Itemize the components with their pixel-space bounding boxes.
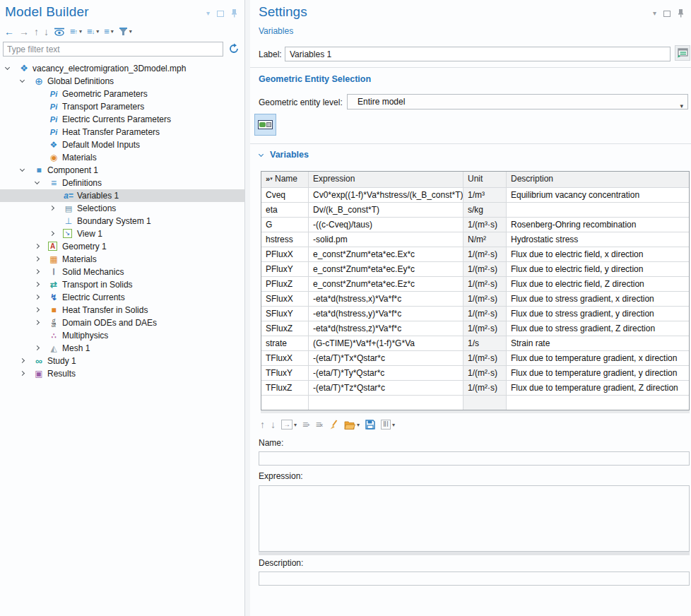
tree-item-study-1[interactable]: ∞Study 1 [0, 355, 244, 367]
var-unit-cell[interactable]: 1/s [463, 336, 506, 350]
var-unit-cell[interactable]: 1/(m²·s) [463, 381, 506, 395]
var-description-cell[interactable]: Rosenberg-Ohring recombination [506, 218, 689, 232]
chevron-right-icon[interactable] [35, 345, 40, 350]
chevron-right-icon[interactable] [20, 371, 25, 376]
label-input[interactable] [285, 47, 671, 61]
var-name-cell[interactable]: SFluxX [261, 292, 308, 306]
var-description-cell[interactable]: Flux due to stress gradient, x direction [506, 292, 689, 306]
tree-item-transport-parameters[interactable]: PiTransport Parameters [0, 100, 244, 113]
add-row-icon[interactable]: ≡+ [302, 419, 310, 430]
move-up-icon[interactable]: ↑ [34, 26, 39, 37]
var-description-cell[interactable]: Flux due to electric field, x direction [506, 247, 689, 261]
tree-item-domain-odes-and-daes[interactable]: ddtDomain ODEs and DAEs [0, 316, 244, 329]
var-unit-cell[interactable]: N/m² [463, 232, 506, 247]
var-description-cell[interactable]: Flux due to temperature gradient, y dire… [506, 366, 689, 380]
var-unit-cell[interactable]: 1/(m²·s) [463, 277, 506, 291]
tree-item-heat-transfer-parameters[interactable]: PiHeat Transfer Parameters [0, 126, 244, 138]
chevron-right-icon[interactable] [20, 358, 25, 363]
var-name-cell[interactable]: G [261, 218, 308, 232]
var-expression-cell[interactable]: e_const*Znum*eta*ec.Ex*c [308, 247, 463, 261]
move-down-icon[interactable]: ↓ [44, 26, 49, 37]
chevron-right-icon[interactable] [49, 231, 54, 236]
rename-tag-button[interactable] [675, 45, 690, 61]
chevron-down-icon[interactable] [20, 78, 25, 83]
var-name-cell[interactable]: hstress [261, 232, 308, 247]
panel-menu-dropdown-icon[interactable]: ▾ [206, 10, 210, 17]
var-description-cell[interactable]: Flux due to stress gradient, Z direction [506, 321, 689, 336]
tree-item-transport-in-solids[interactable]: ⇄Transport in Solids [0, 278, 244, 291]
chevron-down-icon[interactable] [5, 65, 10, 70]
var-description-cell[interactable]: Hydrostatic stress [506, 232, 689, 247]
chevron-right-icon[interactable] [35, 269, 40, 274]
chevron-down-icon[interactable] [35, 179, 40, 184]
model-tree-node-text-icon[interactable]: ≡▾ [104, 26, 114, 37]
var-unit-cell[interactable]: 1/(m²·s) [463, 262, 506, 276]
var-name-cell[interactable]: SFluxY [261, 307, 308, 321]
chevron-right-icon[interactable] [35, 244, 40, 249]
load-file-icon[interactable]: ▾ [344, 420, 360, 430]
var-expression-cell[interactable]: Cv0*exp((1-f)*Va*hstress/(k_B_const*T)) [308, 188, 463, 202]
var-expression-cell[interactable]: -(eta/T)*Ty*Qstar*c [308, 366, 463, 380]
float-panel-icon[interactable] [217, 11, 224, 17]
tree-filter-input[interactable] [3, 42, 223, 57]
var-unit-cell[interactable]: 1/(m³·s) [463, 218, 506, 232]
pin-icon[interactable] [678, 9, 684, 18]
show-icon[interactable] [54, 28, 65, 36]
var-description-cell[interactable]: Flux due to electric field, y direction [506, 262, 689, 276]
var-unit-cell[interactable]: 1/(m²·s) [463, 366, 506, 380]
tree-item-vacancy-electromigration-3dmodel-mph[interactable]: ❖vacancy_electromigration_3Dmodel.mph [0, 62, 244, 75]
float-panel-icon[interactable] [663, 11, 671, 17]
var-name-cell[interactable]: TFluxZ [261, 381, 308, 395]
var-unit-cell[interactable]: 1/m³ [463, 188, 506, 202]
var-unit-cell[interactable]: 1/(m²·s) [463, 307, 506, 321]
var-expression-cell[interactable]: -eta*d(hstress,y)*Va*f*c [308, 307, 463, 321]
var-expression-cell[interactable]: Dv/(k_B_const*T) [308, 203, 463, 217]
expression-textarea[interactable] [259, 485, 690, 552]
var-description-cell[interactable] [506, 396, 689, 410]
var-name-cell[interactable]: eta [261, 203, 308, 217]
panel-menu-dropdown-icon[interactable]: ▾ [653, 10, 656, 17]
var-expression-cell[interactable]: -(eta/T)*Tx*Qstar*c [308, 351, 463, 365]
tree-item-view-1[interactable]: ↘View 1 [0, 227, 244, 240]
variables-section-collapse-icon[interactable] [259, 152, 264, 157]
tree-item-selections[interactable]: ▤Selections [0, 202, 244, 215]
geometric-entity-level-select[interactable]: Entire model ▾ [347, 94, 688, 109]
var-unit-cell[interactable]: 1/(m²·s) [463, 321, 506, 336]
tree-item-geometry-1[interactable]: AGeometry 1 [0, 240, 244, 253]
expression-hscroll-strip[interactable] [259, 552, 690, 555]
chevron-right-icon[interactable] [35, 282, 40, 287]
var-name-cell[interactable]: TFluxY [261, 366, 308, 380]
chevron-right-icon[interactable] [35, 256, 40, 261]
var-expression-cell[interactable]: -((c-Cveq)/taus) [308, 218, 463, 232]
var-description-cell[interactable]: Equilibrium vacancy concentration [506, 188, 689, 202]
tree-item-global-definitions[interactable]: ⊕Global Definitions [0, 75, 244, 88]
var-unit-cell[interactable] [463, 396, 506, 410]
var-name-cell[interactable]: SFluxZ [261, 321, 308, 336]
name-input[interactable] [259, 451, 690, 466]
var-name-cell[interactable]: TFluxX [261, 351, 308, 365]
var-expression-cell[interactable]: (G-cTIME)*Va*f+(1-f)*G*Va [308, 336, 463, 350]
table-hscroll-strip[interactable] [261, 410, 690, 413]
tree-item-variables-1[interactable]: a=Variables 1 [0, 189, 244, 202]
delete-row-icon[interactable]: ≡x [316, 419, 323, 430]
tree-item-heat-transfer-in-solids[interactable]: ■Heat Transfer in Solids [0, 304, 244, 316]
tree-item-geometric-parameters[interactable]: PiGeometric Parameters [0, 88, 244, 100]
tree-item-electric-currents-parameters[interactable]: PiElectric Currents Parameters [0, 113, 244, 126]
var-unit-cell[interactable]: s/kg [463, 203, 506, 217]
var-expression-cell[interactable]: -solid.pm [308, 232, 463, 247]
move-to-icon[interactable]: →▾ [281, 420, 297, 430]
var-name-cell[interactable]: strate [261, 336, 308, 350]
tree-item-definitions[interactable]: ≡Definitions [0, 177, 244, 189]
var-description-cell[interactable]: Flux due to stress gradient, y direction [506, 307, 689, 321]
var-description-cell[interactable] [506, 203, 689, 217]
chevron-right-icon[interactable] [35, 307, 40, 312]
back-icon[interactable]: ← [4, 26, 14, 37]
var-name-cell[interactable]: PFluxX [261, 247, 308, 261]
var-name-cell[interactable]: PFluxZ [261, 277, 308, 291]
table-settings-icon[interactable]: ⅡⅠ▾ [381, 420, 395, 430]
show-all-columns-icon[interactable]: » [266, 174, 269, 183]
chevron-down-icon[interactable] [20, 167, 25, 172]
var-unit-cell[interactable]: 1/(m²·s) [463, 292, 506, 306]
move-up-icon[interactable]: ↑ [260, 419, 265, 430]
var-unit-cell[interactable]: 1/(m²·s) [463, 351, 506, 365]
